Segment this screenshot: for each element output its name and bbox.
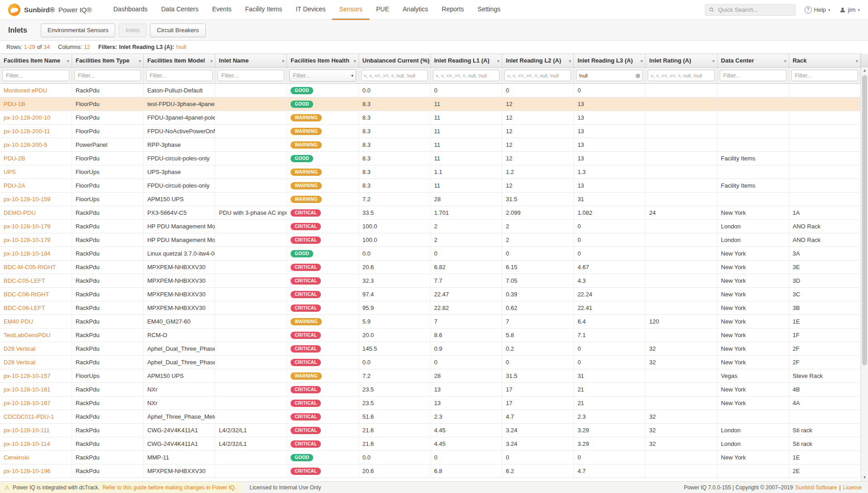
cell-name[interactable]: px-10-128-10-159: [0, 193, 72, 206]
column-header-inlet-name[interactable]: Inlet Name▾: [215, 54, 287, 68]
nav-item-settings[interactable]: Settings: [471, 0, 508, 20]
table-row[interactable]: D29 VerticalRackPduAphel_Dual_Three_Phas…: [0, 342, 861, 356]
filter-input-inlet-reading-l1-a[interactable]: [433, 70, 499, 81]
cell-name[interactable]: BDC-C05-LEFT: [0, 274, 72, 288]
vertical-scrollbar[interactable]: ▲ ▼: [861, 67, 868, 481]
table-row[interactable]: PDU-2AFloorPduFPDU-circuit-poles-onlyWAR…: [0, 179, 861, 193]
logo[interactable]: Sunbird® Power IQ®: [0, 4, 107, 16]
scroll-down-button[interactable]: ▼: [861, 474, 868, 481]
table-row[interactable]: D29 VerticalRackPduAphel_Dual_Three_Phas…: [0, 356, 861, 369]
column-header-unbalanced-current[interactable]: Unbalanced Current (%)▾: [359, 54, 430, 68]
cell-name[interactable]: px-10-128-200-11: [0, 125, 72, 138]
table-row[interactable]: px-10-128-10-114RackPduCWG-24V4K411A1L4/…: [0, 437, 861, 451]
filter-input-inlet-reading-l3-a[interactable]: [576, 70, 643, 81]
filter-input-facilities-item-name[interactable]: [2, 70, 69, 81]
table-row[interactable]: px-10-128-10-167RackPduNXrCRITICAL23.513…: [0, 396, 861, 410]
quick-search-input[interactable]: [717, 6, 791, 14]
clear-filter-icon[interactable]: ⊗: [635, 72, 641, 79]
filter-input-rack[interactable]: [791, 70, 858, 81]
column-header-inlet-reading-l1-a[interactable]: Inlet Reading L1 (A)▾: [430, 54, 502, 68]
column-header-facilities-item-model[interactable]: Facilities Item Model▾: [143, 54, 215, 68]
cell-name[interactable]: EM40 PDU: [0, 315, 72, 329]
table-row[interactable]: BDC-C06-LEFTRackPduMPXPEM-NHBXXV30CRITIC…: [0, 301, 861, 315]
column-menu-icon[interactable]: ▾: [354, 58, 356, 63]
filter-input-inlet-reading-l2-a[interactable]: [504, 70, 571, 81]
cell-name[interactable]: BDC-C06-RIGHT: [0, 288, 72, 301]
cell-name[interactable]: Cerwinski: [0, 451, 72, 464]
nav-item-it-devices[interactable]: IT Devices: [289, 0, 332, 20]
cell-name[interactable]: CDCDC011-PDU-1: [0, 410, 72, 424]
cell-name[interactable]: px-10-128-10-114: [0, 437, 72, 451]
table-row[interactable]: UPSFloorUpsUPS-3phaseWARNING8.31.11.21.3: [0, 165, 861, 179]
cell-name[interactable]: PDU-2A: [0, 179, 72, 193]
column-menu-icon[interactable]: ▾: [497, 58, 499, 63]
nav-item-facility-items[interactable]: Facility Items: [238, 0, 289, 20]
cell-name[interactable]: px-10-128-10-196: [0, 464, 72, 478]
cell-name[interactable]: PDU-1B: [0, 97, 72, 111]
cell-name[interactable]: px-10-128-10-111: [0, 424, 72, 437]
table-row[interactable]: px-10-128-10-111RackPduCWG-24V4K411A1L4/…: [0, 424, 861, 437]
column-header-inlet-rating-a[interactable]: Inlet Rating (A)▾: [645, 54, 717, 68]
nav-item-analytics[interactable]: Analytics: [396, 0, 435, 20]
filter-input-facilities-item-model[interactable]: [146, 70, 213, 81]
nav-item-data-centers[interactable]: Data Centers: [155, 0, 205, 20]
filter-select-facilities-item-health[interactable]: Filter...▾: [289, 69, 356, 82]
table-row[interactable]: DEMO-PDURackPduPX3-5664V-C5PDU with 3-ph…: [0, 206, 861, 220]
table-row[interactable]: px-10-128-10-184RackPduLinux quetzal 3.7…: [0, 247, 861, 261]
table-row[interactable]: BDC-C06-RIGHTRackPduMPXPEM-NHBXXV30CRITI…: [0, 288, 861, 301]
column-menu-icon[interactable]: ▾: [210, 58, 213, 63]
nav-item-dashboards[interactable]: Dashboards: [107, 0, 155, 20]
cell-name[interactable]: px-10-128-10-179: [0, 220, 72, 233]
table-row[interactable]: px-10-128-10-157FloorUpsAPM150 UPSWARNIN…: [0, 369, 861, 383]
table-row[interactable]: px-10-128-200-11FloorPduFPDU-NoActivePow…: [0, 125, 861, 138]
license-link[interactable]: License: [843, 484, 862, 491]
cell-name[interactable]: px-10-128-200-10: [0, 111, 72, 125]
filter-input-data-center[interactable]: [720, 70, 786, 81]
table-row[interactable]: px-10-128-200-10FloorPduFPDU-3panel-4pan…: [0, 111, 861, 125]
cell-name[interactable]: UPS: [0, 165, 72, 179]
column-header-facilities-item-name[interactable]: Facilities Item Name▾: [0, 54, 72, 68]
table-row[interactable]: px-10-128-10-179RackPduHP PDU Management…: [0, 220, 861, 233]
column-menu-icon[interactable]: ▾: [856, 58, 858, 63]
table-row[interactable]: px-10-128-10-179RackPduHP PDU Management…: [0, 233, 861, 247]
column-menu-icon[interactable]: ▾: [713, 58, 715, 63]
cell-name[interactable]: px-10-128-10-157: [0, 369, 72, 383]
quick-search-box[interactable]: [705, 4, 795, 16]
help-menu[interactable]: ? Help ▾: [805, 6, 830, 14]
column-menu-icon[interactable]: ▾: [282, 58, 284, 63]
table-row[interactable]: CerwinskiRackPduMMP-11GOOD0.0000New York…: [0, 451, 861, 464]
sunbird-software-link[interactable]: Sunbird Software: [795, 484, 837, 491]
user-menu[interactable]: jim ▾: [839, 6, 860, 13]
nav-item-events[interactable]: Events: [205, 0, 238, 20]
column-options-button[interactable]: [861, 53, 868, 67]
table-row[interactable]: EM40 PDURackPduEM40_GM27-60WARNING5.9776…: [0, 315, 861, 329]
column-header-data-center[interactable]: Data Center▾: [717, 54, 789, 68]
filter-input-unbalanced-current[interactable]: [361, 70, 428, 81]
cell-name[interactable]: PDU-2B: [0, 152, 72, 165]
column-header-rack[interactable]: Rack▾: [789, 54, 860, 68]
cell-name[interactable]: BDC-M-C05-RIGHT: [0, 261, 72, 274]
view-button-circuit-breakers[interactable]: Circuit Breakers: [150, 24, 205, 37]
cell-name[interactable]: DEMO-PDU: [0, 206, 72, 220]
nav-item-reports[interactable]: Reports: [435, 0, 471, 20]
cell-name[interactable]: px-10-128-200-5: [0, 138, 72, 152]
filter-input-inlet-name[interactable]: [218, 70, 284, 81]
table-row[interactable]: px-10-128-200-5PowerPanelRPP-3phaseWARNI…: [0, 138, 861, 152]
table-row[interactable]: BDC-C05-LEFTRackPduMPXPEM-NHBXXV30CRITIC…: [0, 274, 861, 288]
table-row[interactable]: BDC-M-C05-RIGHTRackPduMPXPEM-NHBXXV30CRI…: [0, 261, 861, 274]
table-row[interactable]: PDU-1BFloorPdutest-FPDU-3phase-4panelGOO…: [0, 97, 861, 111]
column-header-facilities-item-health[interactable]: Facilities Item Health▾: [287, 54, 359, 68]
column-menu-icon[interactable]: ▾: [426, 58, 428, 63]
scroll-up-button[interactable]: ▲: [861, 67, 868, 74]
column-menu-icon[interactable]: ▾: [784, 58, 786, 63]
filter-input-facilities-item-type[interactable]: [74, 70, 141, 81]
table-row[interactable]: Monitored ePDURackPduEaton-Pulluzi-Defau…: [0, 84, 861, 97]
cell-name[interactable]: px-10-128-10-161: [0, 383, 72, 396]
table-row[interactable]: px-10-128-10-159FloorUpsAPM150 UPSWARNIN…: [0, 193, 861, 206]
dctrack-guide-link[interactable]: Refer to this guide before making change…: [102, 484, 236, 491]
table-row[interactable]: px-10-128-10-196RackPduMPXPEM-NHBXXV30CR…: [0, 464, 861, 478]
column-menu-icon[interactable]: ▾: [67, 58, 69, 63]
table-row[interactable]: TestLabGeistPDURackPduRCM-OCRITICAL20.08…: [0, 329, 861, 342]
cell-name[interactable]: TestLabGeistPDU: [0, 329, 72, 342]
nav-item-pue[interactable]: PUE: [369, 0, 396, 20]
